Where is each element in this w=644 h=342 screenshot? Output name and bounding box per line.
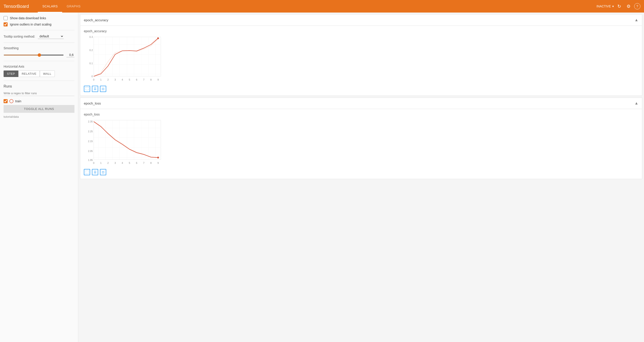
svg-text:1: 1 [100, 78, 102, 81]
epoch-loss-fit-btn[interactable]: ⊡ [100, 169, 106, 175]
svg-text:3: 3 [114, 162, 116, 164]
axis-label: Horizontal Axis [4, 65, 74, 68]
epoch-accuracy-section: epoch_accuracy ▲ epoch_accuracy [80, 14, 642, 96]
divider-3 [4, 61, 74, 61]
tooltip-section: Tooltip sorting method: default ascendin… [4, 34, 74, 39]
run-train-label: train [15, 99, 21, 103]
svg-text:8: 8 [150, 162, 152, 164]
svg-text:9: 9 [158, 162, 159, 164]
smoothing-slider[interactable] [4, 55, 64, 56]
status-dropdown[interactable]: INACTIVE ▾ [596, 5, 614, 8]
epoch-accuracy-expand-btn[interactable]: ⛶ [84, 86, 90, 92]
layout: Show data download links Ignore outliers… [0, 13, 644, 342]
epoch-accuracy-controls: ⛶ ☰ ⊡ [84, 86, 638, 92]
epoch-loss-body: epoch_loss 2.35 2.25 2.15 2.05 [80, 109, 642, 179]
svg-text:8: 8 [150, 78, 152, 81]
run-train-checkbox[interactable] [4, 99, 8, 103]
svg-text:2.05: 2.05 [88, 150, 93, 152]
epoch-accuracy-body: epoch_accuracy 0.3 0.2 0.1 [80, 26, 642, 96]
svg-text:7: 7 [143, 78, 144, 81]
epoch-accuracy-title: epoch_accuracy [84, 18, 108, 22]
axis-wall-button[interactable]: WALL [40, 71, 55, 77]
epoch-loss-controls: ⛶ ☰ ⊡ [84, 169, 638, 175]
svg-text:9: 9 [158, 78, 159, 81]
svg-point-15 [157, 37, 159, 39]
epoch-loss-title: epoch_loss [84, 101, 101, 105]
svg-text:7: 7 [143, 162, 144, 164]
smoothing-value: 0,6 [66, 53, 74, 57]
svg-text:6: 6 [136, 162, 137, 164]
run-train-item: train [4, 99, 74, 103]
svg-text:6: 6 [136, 78, 137, 81]
ignore-outliers-checkbox[interactable] [4, 22, 8, 27]
svg-text:0: 0 [92, 75, 93, 78]
runs-label: Runs [4, 84, 74, 88]
svg-text:2.15: 2.15 [88, 140, 93, 143]
smoothing-label: Smoothing [4, 46, 74, 50]
runs-filter-input[interactable] [4, 91, 74, 96]
svg-point-32 [157, 157, 159, 158]
divider-2 [4, 43, 74, 43]
svg-text:4: 4 [122, 78, 123, 81]
header: TensorBoard SCALARS GRAPHS INACTIVE ▾ ↻ … [0, 0, 644, 13]
data-path: tutorial/data [4, 115, 74, 118]
svg-text:3: 3 [114, 78, 116, 81]
divider-4 [4, 81, 74, 81]
nav: SCALARS GRAPHS [38, 0, 596, 13]
toggle-all-runs-button[interactable]: TOGGLE ALL RUNS [4, 105, 74, 113]
svg-rect-16 [94, 120, 161, 160]
svg-text:2.35: 2.35 [88, 120, 93, 123]
svg-text:2: 2 [107, 78, 109, 81]
svg-text:1.95: 1.95 [88, 159, 93, 161]
axis-relative-button[interactable]: RELATIVE [18, 71, 40, 77]
nav-scalars[interactable]: SCALARS [38, 0, 62, 13]
epoch-accuracy-collapse-icon: ▲ [634, 18, 638, 22]
ignore-outliers-row[interactable]: Ignore outliers in chart scaling [4, 22, 74, 27]
svg-text:2: 2 [107, 162, 109, 164]
epoch-accuracy-chart-title: epoch_accuracy [84, 29, 638, 33]
svg-text:0: 0 [93, 78, 94, 81]
axis-buttons: STEP RELATIVE WALL [4, 71, 74, 77]
axis-section: Horizontal Axis STEP RELATIVE WALL [4, 65, 74, 77]
runs-section: Runs train TOGGLE ALL RUNS tutorial/data [4, 84, 74, 118]
show-download-checkbox[interactable] [4, 16, 8, 20]
epoch-loss-svg: 2.35 2.25 2.15 2.05 1.95 0 1 2 3 4 5 6 7 [84, 118, 164, 167]
svg-text:0: 0 [93, 162, 94, 164]
svg-text:0.2: 0.2 [90, 49, 93, 52]
show-download-row[interactable]: Show data download links [4, 16, 74, 20]
epoch-accuracy-svg: 0.3 0.2 0.1 0 0 1 2 3 4 5 6 7 8 [84, 35, 164, 84]
display-options: Show data download links Ignore outliers… [4, 16, 74, 27]
svg-text:0.1: 0.1 [90, 62, 93, 65]
svg-text:0.3: 0.3 [90, 36, 93, 38]
svg-text:5: 5 [129, 78, 130, 81]
epoch-accuracy-chart-wrapper: 0.3 0.2 0.1 0 0 1 2 3 4 5 6 7 8 [84, 35, 169, 84]
epoch-loss-header[interactable]: epoch_loss ▲ [80, 98, 642, 109]
nav-graphs[interactable]: GRAPHS [62, 0, 85, 13]
settings-icon[interactable]: ⚙ [625, 2, 632, 11]
app-title: TensorBoard [4, 4, 29, 9]
epoch-loss-collapse-icon: ▲ [634, 101, 638, 106]
epoch-accuracy-fit-btn[interactable]: ⊡ [100, 86, 106, 92]
smoothing-row: 0,6 [4, 53, 74, 57]
header-right: INACTIVE ▾ ↻ ⚙ ? [596, 2, 640, 11]
epoch-accuracy-header[interactable]: epoch_accuracy ▲ [80, 15, 642, 26]
divider-1 [4, 30, 74, 30]
epoch-loss-expand-btn[interactable]: ⛶ [84, 169, 90, 175]
tooltip-sort-select[interactable]: default ascending descending nearest [38, 34, 64, 39]
svg-text:4: 4 [122, 162, 123, 164]
main-content: epoch_accuracy ▲ epoch_accuracy [78, 13, 644, 342]
epoch-loss-section: epoch_loss ▲ epoch_loss 2.35 [80, 98, 642, 179]
svg-text:1: 1 [100, 162, 102, 164]
axis-step-button[interactable]: STEP [4, 71, 18, 77]
sidebar: Show data download links Ignore outliers… [0, 13, 78, 342]
svg-text:5: 5 [129, 162, 130, 164]
epoch-accuracy-series-btn[interactable]: ☰ [92, 86, 98, 92]
epoch-loss-series-btn[interactable]: ☰ [92, 169, 98, 175]
smoothing-section: Smoothing 0,6 [4, 46, 74, 57]
run-train-circle [10, 99, 14, 103]
svg-text:2.25: 2.25 [88, 130, 93, 133]
epoch-loss-chart-wrapper: 2.35 2.25 2.15 2.05 1.95 0 1 2 3 4 5 6 7 [84, 118, 169, 167]
refresh-icon[interactable]: ↻ [616, 2, 623, 11]
epoch-loss-chart-title: epoch_loss [84, 113, 638, 116]
help-icon[interactable]: ? [634, 3, 640, 10]
